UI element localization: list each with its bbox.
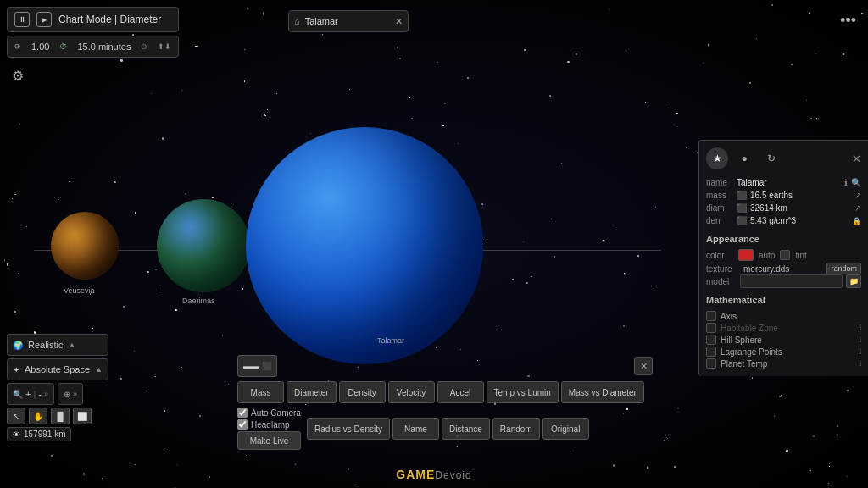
selection-tool[interactable]: ⬜ (73, 408, 92, 424)
planet-temp-checkbox[interactable] (706, 358, 716, 369)
chart-btn-temp-lumin[interactable]: Temp vs Lumin (487, 381, 559, 403)
random-texture-button[interactable]: random (826, 263, 861, 274)
lagrange-points-checkbox[interactable] (706, 347, 716, 357)
tab-history[interactable]: ↻ (760, 147, 782, 169)
pause-icon: ⏸ (19, 15, 26, 24)
panel-close-button[interactable]: ✕ (852, 152, 861, 165)
zoom-divider: | (33, 389, 36, 399)
headlamp-row: Headlamp (237, 419, 301, 430)
model-browse-button[interactable]: 📁 (846, 274, 861, 288)
chart-btn-distance[interactable]: Distance (442, 418, 490, 440)
play-icon: ▶ (42, 16, 47, 24)
model-input[interactable] (740, 274, 843, 288)
distance-value: 157991 km (24, 430, 65, 439)
auto-camera-checkbox[interactable] (237, 408, 248, 418)
appearance-section-title: Appearance (706, 234, 861, 244)
make-live-button[interactable]: Make Live (237, 431, 301, 450)
chart-btn-diameter[interactable]: Diameter (287, 381, 337, 403)
panel-tabs: ★ ● ↻ ✕ (706, 147, 861, 169)
name-search-icon[interactable]: 🔍 (851, 178, 861, 187)
play-button[interactable]: ▶ (36, 12, 52, 27)
clock-arrows: ⬆⬇ (158, 42, 171, 51)
mass-icon: ⬛ (737, 191, 747, 200)
mass-field-label: mass (706, 191, 733, 200)
chart-btn-density[interactable]: Density (339, 381, 386, 403)
zoom-controls: 🔍 + | - » ⊕ » (7, 383, 108, 405)
home-icon[interactable]: ⌂ (294, 16, 300, 26)
more-menu-icon[interactable]: ••• (840, 12, 856, 30)
diam-field-value: 32614 km (750, 203, 851, 213)
pause-button[interactable]: ⏸ (14, 12, 30, 27)
hand-tool[interactable]: ✋ (29, 408, 47, 424)
chart-btn-original[interactable]: Original (542, 418, 589, 440)
color-swatch[interactable] (738, 249, 754, 261)
den-icon: ⬛ (737, 216, 747, 225)
time-icon: ⏱ (59, 42, 67, 51)
chart-mode-label: Chart Mode | Diameter (58, 14, 161, 25)
chart-btn-accel[interactable]: Accel (437, 381, 484, 403)
tab-info[interactable]: ● (733, 147, 755, 169)
planet-label-veusevia: Veusevia (64, 286, 95, 295)
chart-mode-toggle[interactable]: ▬▬ ⬛ (237, 355, 277, 377)
speed-icon: ⟳ (14, 42, 21, 51)
diam-row: diam ⬛ 32614 km ↗ (706, 202, 861, 214)
watermark-game: GAME (396, 468, 435, 481)
search-input[interactable] (305, 16, 390, 26)
lagrange-points-label: Lagrange Points (721, 347, 782, 357)
hill-sphere-checkbox[interactable] (706, 335, 716, 345)
zoom-in-btn[interactable]: + (25, 389, 31, 399)
zoom-row: 🔍 + | - » (7, 383, 54, 405)
lagrange-points-item: Lagrange Points ℹ (706, 346, 861, 358)
diam-link-icon[interactable]: ↗ (854, 203, 861, 213)
diam-field-label: diam (706, 203, 733, 213)
absolute-space-label[interactable]: Absolute Space (25, 364, 90, 374)
clock-icon: ⊙ (141, 42, 147, 51)
planet-veusevia[interactable] (51, 212, 119, 280)
planet-temp-info[interactable]: ℹ (859, 359, 861, 368)
habitable-zone-checkbox[interactable] (706, 323, 716, 333)
speed-value: 1.00 (31, 42, 49, 52)
axis-checkbox[interactable] (706, 311, 716, 321)
lagrange-points-info[interactable]: ℹ (859, 347, 861, 356)
planet-daerimas[interactable] (157, 199, 250, 292)
mathematical-section: Axis Habitable Zone ℹ Hill Sphere ℹ Lagr… (706, 310, 861, 369)
close-chart-panel[interactable]: ✕ (634, 357, 653, 375)
extra-zoom-row: ⊕ » (58, 383, 83, 405)
texture-label: texture (706, 264, 740, 274)
model-label: model (706, 277, 737, 286)
chart-btn-radius-density[interactable]: Radius vs Density (307, 418, 390, 440)
color-label: color (706, 251, 733, 260)
pointer-tool[interactable]: ↖ (7, 408, 25, 424)
tab-favorites[interactable]: ★ (706, 147, 728, 169)
zoom-out-btn[interactable]: - (38, 389, 42, 399)
chart-btn-mass-diam[interactable]: Mass vs Diameter (561, 381, 644, 403)
name-info-icon[interactable]: ℹ (844, 178, 848, 187)
eye-icon: 👁 (13, 430, 20, 439)
den-lock-icon[interactable]: 🔒 (852, 217, 861, 225)
planet-info-panel: ★ ● ↻ ✕ name Talamar ℹ 🔍 mass ⬛ 16.5 ear… (698, 140, 868, 376)
planet-blue-giant[interactable] (246, 127, 483, 364)
chart-btn-mass[interactable]: Mass (237, 381, 284, 403)
den-field-value: 5.43 g/cm^3 (750, 216, 849, 225)
habitable-zone-info[interactable]: ℹ (859, 324, 861, 332)
tint-checkbox[interactable] (780, 250, 790, 260)
realistic-label[interactable]: Realistic (28, 340, 64, 350)
color-row: color auto tint (706, 247, 861, 263)
mass-link-icon[interactable]: ↗ (854, 191, 861, 200)
close-search-icon[interactable]: ✕ (395, 16, 403, 27)
chart-btn-velocity[interactable]: Velocity (388, 381, 435, 403)
headlamp-checkbox[interactable] (237, 419, 248, 430)
den-row: den ⬛ 5.43 g/cm^3 🔒 (706, 214, 861, 227)
chart-btn-name[interactable]: Name (392, 418, 439, 440)
gear-icon[interactable]: ⚙ (12, 68, 24, 84)
tool-controls: ↖ ✋ ▐▌ ⬜ (7, 408, 108, 424)
chart-btn-random[interactable]: Random (492, 418, 540, 440)
planet-temp-label: Planet Temp (721, 359, 767, 369)
hill-sphere-info[interactable]: ℹ (859, 336, 861, 344)
tint-label: tint (795, 251, 806, 260)
chart-row-1: Mass Diameter Density Velocity Accel Tem… (237, 381, 653, 403)
planet-label-daerimas: Daerimas (182, 297, 215, 305)
texture-row: texture mercury.dds random (706, 263, 861, 274)
axis-label: Axis (721, 312, 737, 321)
bar-chart-tool[interactable]: ▐▌ (51, 408, 70, 424)
